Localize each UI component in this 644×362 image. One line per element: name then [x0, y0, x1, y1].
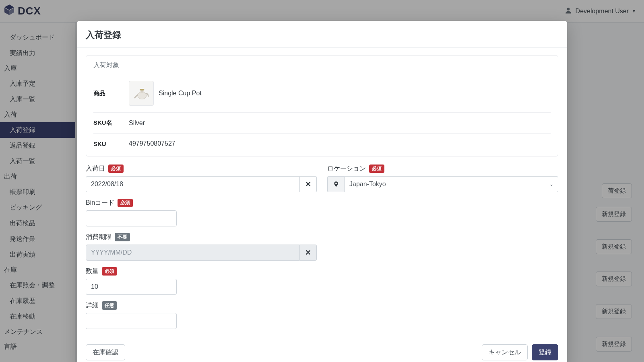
info-row-product: 商品 Single Cup Pot: [93, 74, 551, 113]
required-badge: 必須: [102, 267, 117, 276]
arrival-date-group: 入荷日 必須 ✕: [86, 165, 317, 192]
close-icon: ✕: [305, 180, 311, 189]
location-prepend: [327, 176, 344, 192]
clear-expiry-button[interactable]: ✕: [300, 245, 317, 261]
quantity-label: 数量: [86, 267, 99, 276]
not-needed-badge: 不要: [115, 233, 130, 241]
quantity-input[interactable]: [86, 279, 177, 295]
product-thumb: [129, 81, 154, 106]
quantity-group: 数量 必須: [86, 267, 317, 295]
required-badge: 必須: [369, 165, 384, 173]
modal-footer: 在庫確認 キャンセル 登録: [77, 343, 567, 362]
info-label-product: 商品: [93, 90, 129, 97]
expiry-label: 消費期限: [86, 233, 111, 241]
arrival-register-modal: 入荷登録 入荷対象 商品 Single: [77, 21, 567, 362]
card-title: 入荷対象: [93, 61, 551, 70]
detail-input[interactable]: [86, 313, 177, 329]
sku-name-value: Silver: [129, 119, 145, 127]
submit-button[interactable]: 登録: [532, 344, 558, 360]
kettle-icon: [132, 84, 150, 102]
map-pin-icon: [333, 180, 339, 188]
expiry-group: 消費期限 不要 ✕: [86, 233, 317, 261]
optional-badge: 任意: [102, 301, 117, 310]
bin-group: Binコード 必須: [86, 199, 317, 226]
expiry-input[interactable]: [86, 245, 300, 261]
sku-value: 4979750807527: [129, 140, 175, 147]
arrival-date-input[interactable]: [86, 176, 300, 192]
detail-group: 詳細 任意: [86, 301, 558, 329]
stock-check-button[interactable]: 在庫確認: [86, 344, 125, 360]
close-icon: ✕: [305, 248, 311, 257]
product-info-card: 入荷対象 商品 Single Cup Pot: [86, 55, 558, 156]
required-badge: 必須: [118, 199, 133, 207]
info-row-sku: SKU 4979750807527: [93, 134, 551, 154]
modal-header: 入荷登録: [77, 21, 567, 48]
info-label-sku: SKU: [93, 140, 129, 147]
location-select[interactable]: [344, 176, 558, 192]
svg-point-4: [138, 92, 147, 99]
info-row-sku-name: SKU名 Silver: [93, 113, 551, 134]
arrival-date-label: 入荷日: [86, 165, 105, 173]
cancel-button[interactable]: キャンセル: [482, 344, 528, 360]
required-badge: 必須: [108, 165, 124, 173]
modal-body: 入荷対象 商品 Single Cup Pot: [77, 48, 567, 343]
detail-label: 詳細: [86, 301, 99, 310]
location-group: ロケーション 必須 ⌄: [327, 165, 558, 192]
bin-label: Binコード: [86, 199, 114, 207]
clear-date-button[interactable]: ✕: [300, 176, 317, 192]
bin-input[interactable]: [86, 210, 177, 226]
info-label-sku-name: SKU名: [93, 119, 129, 127]
modal-title: 入荷登録: [86, 29, 558, 41]
modal-overlay[interactable]: 入荷登録 入荷対象 商品 Single: [0, 0, 644, 362]
product-name: Single Cup Pot: [159, 90, 202, 97]
svg-rect-6: [140, 89, 144, 90]
location-label: ロケーション: [327, 165, 366, 173]
